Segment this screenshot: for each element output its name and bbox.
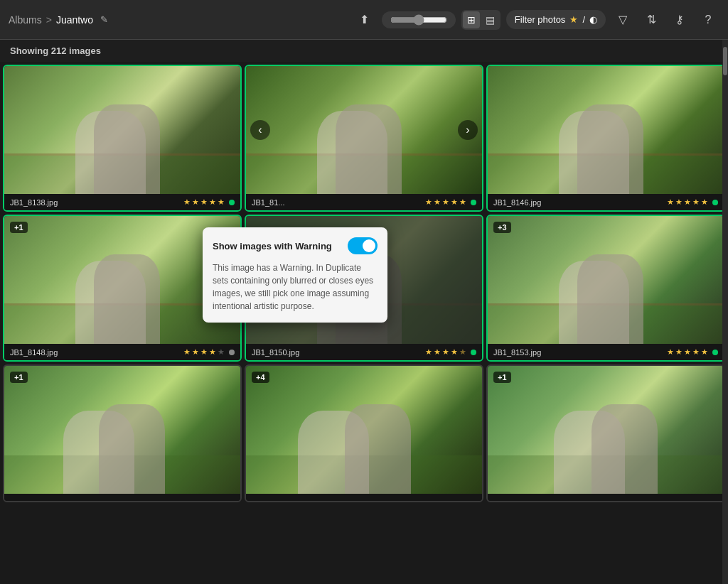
grid-view-icon: ⊞ [467,14,476,26]
breadcrumb-separator: > [46,14,52,26]
photo-thumbnail [4,66,240,194]
scrollbar-thumb[interactable] [723,47,727,75]
star-2: ★ [675,198,682,207]
key-button[interactable]: ⚷ [668,9,691,31]
photo-footer [4,494,240,501]
photo-footer [246,494,482,501]
help-icon: ? [705,13,712,26]
slash-separator: / [582,14,585,25]
photo-footer: JB1_81... ★ ★ ★ ★ ★ [246,194,482,210]
breadcrumb-current-album: Juantwo [56,14,93,26]
star-3: ★ [200,198,208,207]
star-4: ★ [209,198,216,207]
grid-view-button[interactable]: ⊞ [463,11,480,28]
rating-dot [712,200,718,205]
star-5: ★ [459,198,466,207]
table-row[interactable]: +3 JB1_8153.jpg ★ ★ ★ ★ ★ [486,215,725,362]
table-row[interactable]: +1 [486,364,725,502]
star-2: ★ [192,347,199,357]
subheader: Showing 212 images [0,40,728,62]
filter-photos-label: Filter photos [515,14,566,25]
table-row[interactable]: JB1_8138.jpg ★ ★ ★ ★ ★ [3,65,242,212]
photo-thumbnail [246,366,482,494]
photo-rating: ★ ★ ★ ★ ★ [667,347,718,357]
star-5: ★ [701,198,708,207]
view-toggle: ⊞ ▤ [461,10,500,30]
star-4: ★ [451,198,458,207]
photo-filename: JB1_8150.jpg [252,348,299,357]
photo-footer: JB1_8150.jpg ★ ★ ★ ★ ★ [246,344,482,360]
photo-thumbnail [488,366,724,494]
list-view-button[interactable]: ▤ [481,11,499,28]
upload-button[interactable]: ⬆ [353,9,376,31]
edit-album-icon[interactable]: ✎ [100,14,108,25]
star-5: ★ [459,347,466,357]
duplicate-badge: +3 [493,222,511,233]
rating-dot [471,200,476,205]
rating-dot [229,350,235,355]
list-view-icon: ▤ [486,14,495,26]
star-2: ★ [434,347,441,357]
key-icon: ⚷ [675,13,684,26]
tooltip-header: Show images with Warning [213,237,378,254]
star-1: ★ [183,198,191,207]
table-row[interactable]: +1 [3,364,242,502]
rating-dot [712,350,718,355]
photo-footer: JB1_8138.jpg ★ ★ ★ ★ ★ [4,194,240,210]
sort-button[interactable]: ⇅ [640,9,663,31]
scrollbar[interactable] [722,40,728,584]
rating-dot [471,350,476,355]
next-photo-button[interactable]: › [458,120,478,140]
star-4: ★ [692,198,700,207]
star-2: ★ [675,347,682,357]
rating-dot [229,200,235,205]
photo-rating: ★ ★ ★ ★ ★ [425,347,476,357]
photo-filename: JB1_8148.jpg [10,348,58,357]
breadcrumb-albums[interactable]: Albums [9,14,42,26]
duplicate-badge: +1 [10,372,28,383]
photo-rating: ★ ★ ★ ★ ★ [183,347,235,357]
help-button[interactable]: ? [697,9,719,31]
circle-half-icon: ◐ [589,14,597,25]
warning-toggle[interactable] [348,237,378,254]
app-header: Albums > Juantwo ✎ ⬆ ⊞ ▤ Filter photos ★… [0,0,728,40]
zoom-slider[interactable] [390,14,447,26]
star-3: ★ [684,198,691,207]
photo-rating: ★ ★ ★ ★ ★ [667,198,718,207]
star-4: ★ [692,347,700,357]
tooltip-body: This image has a Warning. In Duplicate s… [213,261,378,313]
photo-filename: JB1_81... [252,198,284,207]
table-row[interactable]: +4 [245,364,483,502]
star-1: ★ [425,198,432,207]
photo-filename: JB1_8138.jpg [10,198,58,207]
star-5: ★ [701,347,708,357]
star-2: ★ [434,198,441,207]
photo-footer [488,494,724,501]
star-3: ★ [442,347,449,357]
photo-thumbnail [4,366,240,494]
photo-footer: JB1_8148.jpg ★ ★ ★ ★ ★ [4,344,240,360]
photo-rating: ★ ★ ★ ★ ★ [183,198,235,207]
tooltip-title: Show images with Warning [213,241,332,252]
warning-tooltip: Show images with Warning This image has … [203,227,387,323]
photo-footer: JB1_8146.jpg ★ ★ ★ ★ ★ [488,194,724,210]
star-5: ★ [218,347,225,357]
star-1: ★ [183,347,191,357]
photo-footer: JB1_8153.jpg ★ ★ ★ ★ ★ [488,344,724,360]
table-row[interactable]: ‹ › JB1_81... ★ ★ ★ ★ ★ [245,65,483,212]
star-filter-icon: ★ [569,14,578,25]
upload-icon: ⬆ [360,13,369,26]
duplicate-badge: +1 [493,372,511,383]
photo-thumbnail [488,216,724,344]
star-2: ★ [192,198,199,207]
filter-button[interactable]: ▽ [611,9,634,31]
prev-photo-button[interactable]: ‹ [250,120,270,140]
breadcrumb: Albums > Juantwo ✎ [9,14,108,26]
filter-photos-button[interactable]: Filter photos ★ / ◐ [506,10,606,29]
star-1: ★ [667,347,674,357]
photo-thumbnail: ‹ › [246,66,482,194]
table-row[interactable]: JB1_8146.jpg ★ ★ ★ ★ ★ [486,65,725,212]
star-5: ★ [218,198,225,207]
photo-filename: JB1_8153.jpg [493,348,541,357]
zoom-slider-container [382,11,456,28]
